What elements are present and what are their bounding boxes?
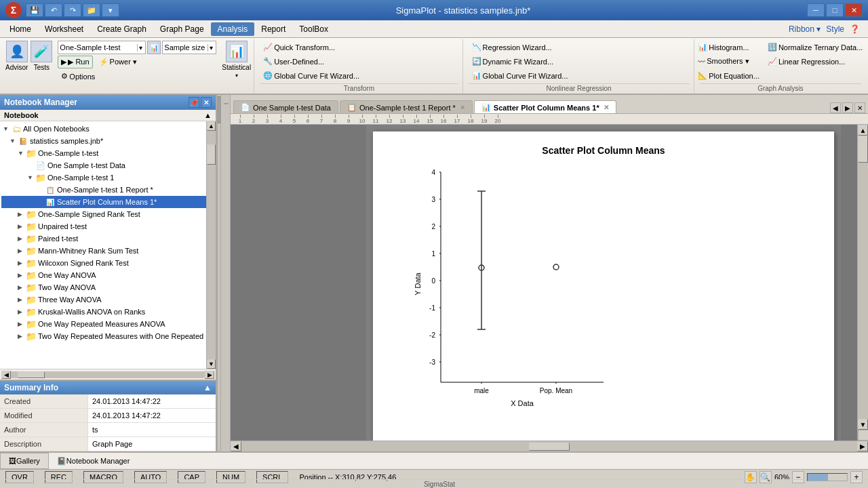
nonlinear-label: Nonlinear Regression — [469, 83, 690, 92]
tab-nav-right[interactable]: ▶ — [842, 102, 853, 113]
plot-equation-btn[interactable]: 📐 Plot Equation... — [694, 69, 763, 82]
tree-onesample-ttest[interactable]: ▼ 📁 One-Sample t-test — [1, 147, 214, 159]
notebook-manager-tab[interactable]: 📓 Notebook Manager — [49, 455, 138, 468]
tree-three-way-anova[interactable]: ▶ 📁 Three Way ANOVA — [1, 293, 214, 306]
graph-h-scroll-right[interactable]: ▶ — [857, 441, 868, 451]
tree-mann-whitney[interactable]: ▶ 📁 Mann-Whitney Rank Sum Test — [1, 245, 214, 257]
h-scroll-thumb[interactable] — [18, 371, 45, 378]
h-scroll-left-btn[interactable]: ◀ — [1, 371, 11, 379]
one-way-repeated-label: One Way Repeated Measures ANOVA — [38, 320, 165, 328]
tree-ttest-data[interactable]: ▶ 📄 One Sample t-test Data — [1, 159, 214, 171]
toolbar-dropdown[interactable]: ▾ — [102, 3, 119, 17]
graph-scroll-thumb[interactable] — [858, 136, 868, 163]
tree-onesample1[interactable]: ▼ 📁 One-Sample t-test 1 — [1, 171, 214, 184]
advisor-btn[interactable]: 👤 Advisor — [5, 41, 28, 71]
tree-one-way-anova[interactable]: ▶ 📁 One Way ANOVA — [1, 269, 214, 281]
statistical-btn[interactable]: 📊 Statistical ▾ — [222, 41, 251, 79]
tab-close-btn[interactable]: ✕ — [604, 104, 609, 111]
power-button[interactable]: ⚡ Power ▾ — [96, 56, 140, 68]
graph-h-scroll-left[interactable]: ◀ — [231, 441, 241, 451]
dynamic-fit-btn[interactable]: 🔄 Dynamic Fit Wizard... — [469, 55, 690, 68]
global-curve-fit-btn[interactable]: 📊 Global Curve Fit Wizard... — [469, 69, 690, 82]
graph-analysis-btns: 📊 Histogram... 🔢 Normalize Ternary Data.… — [694, 41, 866, 82]
pin-button[interactable]: 📌 — [189, 97, 199, 108]
graph-page[interactable]: Scatter Plot Column Means 4 3 — [373, 131, 834, 441]
tab-scatter-plot[interactable]: 📊 Scatter Plot Column Means 1* ✕ — [474, 100, 616, 113]
minimize-button[interactable]: ─ — [807, 3, 825, 17]
summary-collapse[interactable]: ▲ — [203, 383, 212, 392]
tests-btn[interactable]: 🧪 Tests — [31, 41, 52, 71]
toolbar-save[interactable]: 💾 — [26, 3, 43, 17]
tab-nav-close[interactable]: ✕ — [854, 102, 865, 113]
tree-two-way-repeated[interactable]: ▶ 📁 Two Way Repeated Measures with One R… — [1, 330, 214, 342]
scroll-up-btn[interactable]: ▲ — [207, 121, 216, 131]
collapse-icon[interactable]: ▲ — [204, 111, 212, 119]
expand-icon: ▶ — [18, 296, 24, 303]
graph-h-scroll-thumb[interactable] — [529, 443, 570, 451]
tree-jnb[interactable]: ▼ 📔 statistics samples.jnb* — [1, 135, 214, 147]
global-curve-btn[interactable]: 🌐 Global Curve Fit Wizard... — [260, 69, 458, 82]
two-way-repeated-label: Two Way Repeated Measures with One Repea… — [38, 332, 203, 340]
regression-wizard-btn[interactable]: 📉 Regression Wizard... — [469, 41, 690, 54]
tree-one-way-repeated[interactable]: ▶ 📁 One Way Repeated Measures ANOVA — [1, 318, 214, 330]
tree-hscrollbar[interactable]: ◀ ▶ — [0, 369, 216, 380]
regression-icon: 📉 — [472, 43, 481, 52]
menu-home[interactable]: Home — [3, 22, 38, 36]
menu-create-graph[interactable]: Create Graph — [90, 22, 153, 36]
nb-close-button[interactable]: ✕ — [201, 97, 212, 108]
menu-graph-page[interactable]: Graph Page — [153, 22, 211, 36]
toolbar-undo[interactable]: ↶ — [45, 3, 62, 17]
tree-scatter-plot[interactable]: ▶ 📊 Scatter Plot Column Means 1* — [1, 196, 214, 208]
options-button[interactable]: ⚙ Options — [58, 70, 98, 83]
histogram-btn[interactable]: 📊 Histogram... — [694, 41, 763, 54]
tree-paired[interactable]: ▶ 📁 Paired t-test — [1, 232, 214, 245]
quick-transform-btn[interactable]: 📈 Quick Transform... — [260, 41, 458, 54]
scroll-down-btn[interactable]: ▼ — [207, 359, 216, 369]
close-button[interactable]: ✕ — [845, 3, 863, 17]
zoom-slider[interactable] — [807, 473, 848, 481]
tree-two-way-anova[interactable]: ▶ 📁 Two Way ANOVA — [1, 281, 214, 293]
run-button[interactable]: ▶ ▶ Run — [58, 56, 92, 68]
menu-toolbox[interactable]: ToolBox — [292, 22, 335, 36]
tree-vscrollbar[interactable]: ▲ ▼ — [206, 121, 216, 369]
user-defined-btn[interactable]: 🔧 User-Defined... — [260, 55, 458, 68]
graph-scroll-up[interactable]: ▲ — [858, 125, 868, 136]
scroll-track — [207, 131, 216, 359]
menu-worksheet[interactable]: Worksheet — [38, 22, 90, 36]
sample-size-btn[interactable]: 📊 — [147, 41, 161, 54]
tree-unpaired[interactable]: ▶ 📁 Unpaired t-test — [1, 220, 214, 232]
sample-size-combo[interactable]: Sample size ▾ — [162, 41, 216, 54]
menu-analysis[interactable]: Analysis — [211, 22, 255, 36]
ruler: 1 2 3 4 5 6 — [231, 114, 868, 125]
ribbon-link[interactable]: Ribbon ▾ — [789, 24, 821, 34]
help-icon[interactable]: ❓ — [850, 24, 860, 34]
style-link[interactable]: Style — [826, 24, 844, 34]
tab-nav-left[interactable]: ◀ — [830, 102, 841, 113]
tree-all-notebooks[interactable]: ▼ 🗂 All Open Notebooks — [1, 123, 214, 135]
tree-kruskal[interactable]: ▶ 📁 Kruskal-Wallis ANOVA on Ranks — [1, 306, 214, 318]
linear-regression-btn[interactable]: 📈 Linear Regression... — [764, 55, 867, 68]
svg-text:2: 2 — [431, 223, 435, 230]
normalize-btn[interactable]: 🔢 Normalize Ternary Data... — [764, 41, 867, 54]
tab-report[interactable]: 📋 One-Sample t-test 1 Report * ✕ — [340, 100, 473, 113]
tab-ttest-data[interactable]: 📄 One Sample t-test Data — [233, 100, 338, 113]
normalize-icon: 🔢 — [768, 43, 777, 52]
h-scroll-right-btn[interactable]: ▶ — [205, 371, 214, 379]
tree-scrollable[interactable]: ▼ 🗂 All Open Notebooks ▼ 📔 statistics sa… — [0, 121, 216, 369]
tree-wilcoxon[interactable]: ▶ 📁 Wilcoxon Signed Rank Test — [1, 257, 214, 269]
advisor-label: Advisor — [5, 64, 28, 71]
tree-report[interactable]: ▶ 📋 One-Sample t-test 1 Report * — [1, 184, 214, 196]
graph-scroll-down[interactable]: ▼ — [858, 419, 868, 430]
graph-area[interactable]: Scatter Plot Column Means 4 3 — [231, 125, 857, 441]
toolbar-redo[interactable]: ↷ — [64, 3, 81, 17]
toolbar-open[interactable]: 📁 — [83, 3, 100, 17]
menu-report[interactable]: Report — [254, 22, 292, 36]
test-type-combo[interactable]: One-Sample t-test ▾ — [58, 41, 146, 54]
scroll-thumb[interactable] — [207, 144, 216, 165]
smoothers-btn[interactable]: 〰 Smoothers ▾ — [694, 55, 763, 68]
tab-close-btn[interactable]: ✕ — [460, 104, 465, 111]
maximize-button[interactable]: □ — [826, 3, 844, 17]
tree-signed-rank[interactable]: ▶ 📁 One-Sample Signed Rank Test — [1, 208, 214, 220]
gallery-tab[interactable]: 🖼 Gallery — [0, 453, 49, 469]
options-icon: ⚙ — [61, 72, 68, 81]
